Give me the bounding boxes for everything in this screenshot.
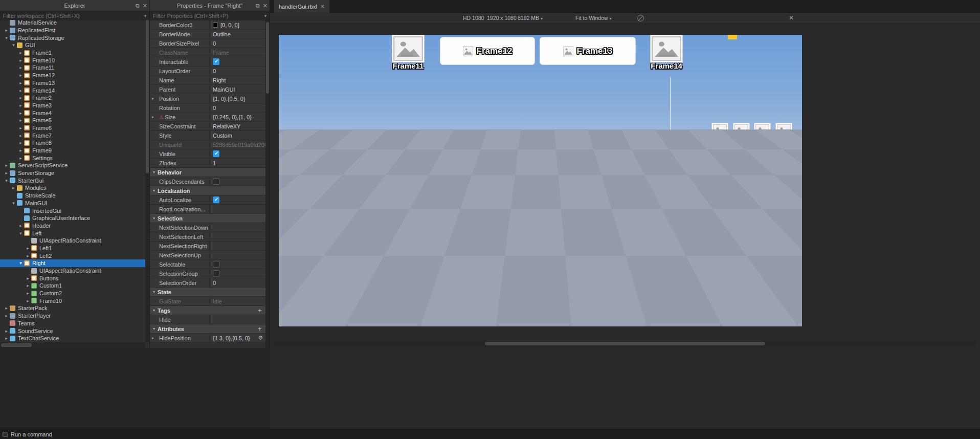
property-value-cell[interactable]: [210, 149, 265, 158]
section-selection[interactable]: ▾Selection: [150, 214, 265, 223]
tree-item-uiaspectratioconstraint[interactable]: UIAspectRatioConstraint: [0, 267, 145, 275]
properties-vscrollbar[interactable]: [265, 20, 270, 348]
property-value-cell[interactable]: [210, 260, 265, 269]
tree-item-frame14[interactable]: ▸Frame14: [0, 86, 145, 94]
ui-label-frame11[interactable]: Frame11: [383, 61, 433, 70]
chevron-right-icon[interactable]: ▸: [17, 88, 24, 93]
tree-item-gui[interactable]: ▾GUI: [0, 41, 145, 49]
tab-handlergui[interactable]: handlerGui.rbxl ✕: [274, 0, 329, 13]
property-value[interactable]: Right: [213, 77, 226, 83]
chevron-right-icon[interactable]: ▸: [17, 50, 24, 55]
custom1-button[interactable]: Custom1: [735, 172, 793, 191]
chevron-right-icon[interactable]: ▸: [3, 313, 10, 318]
property-value-cell[interactable]: 5286d59e019a0fd206...: [210, 140, 265, 149]
tree-item-replicatedstorage[interactable]: ▾ReplicatedStorage: [0, 34, 145, 41]
property-value[interactable]: {0.245, 0},{1, 0}: [213, 114, 252, 120]
chevron-right-icon[interactable]: ▸: [17, 125, 24, 130]
chevron-down-icon[interactable]: ▾: [141, 13, 149, 18]
chevron-right-icon[interactable]: ▸: [152, 96, 154, 101]
tree-item-custom2[interactable]: ▸Custom2: [0, 290, 145, 297]
tree-item-replicatedfirst[interactable]: ▸ReplicatedFirst: [0, 27, 145, 34]
ui-frame-frame10[interactable]: Frame10: [715, 146, 793, 169]
chevron-right-icon[interactable]: ▸: [10, 185, 17, 190]
chevron-right-icon[interactable]: ▸: [17, 133, 24, 138]
tree-item-uiaspectratioconstraint[interactable]: UIAspectRatioConstraint: [0, 237, 145, 245]
tree-item-frame7[interactable]: ▸Frame7: [0, 131, 145, 139]
chevron-right-icon[interactable]: ▸: [17, 95, 24, 100]
tree-item-frame10[interactable]: ▸Frame10: [0, 56, 145, 64]
chevron-right-icon[interactable]: ▸: [25, 276, 31, 281]
tree-item-starterpack[interactable]: ▸StarterPack: [0, 304, 145, 312]
property-value-cell[interactable]: [210, 232, 265, 241]
tree-item-insertedgui[interactable]: InsertedGui: [0, 207, 145, 214]
add-icon[interactable]: +: [258, 307, 261, 314]
property-value[interactable]: {1.3, 0},{0.5, 0}: [213, 335, 250, 341]
chevron-right-icon[interactable]: ▸: [25, 283, 31, 288]
gear-icon[interactable]: ⚙: [258, 335, 263, 341]
tree-item-frame10[interactable]: ▸Frame10: [0, 297, 145, 304]
properties-filter-input[interactable]: [150, 11, 261, 20]
tree-item-serverstorage[interactable]: ▸ServerStorage: [0, 169, 145, 177]
tree-item-frame13[interactable]: ▸Frame13: [0, 79, 145, 87]
explorer-hscroll-thumb[interactable]: [1, 343, 32, 347]
checkbox-selectable[interactable]: [213, 261, 219, 268]
tree-item-startergui[interactable]: ▾StarterGui: [0, 177, 145, 184]
chevron-right-icon[interactable]: ▸: [17, 80, 24, 85]
tree-item-left1[interactable]: ▸Left1: [0, 245, 145, 252]
chevron-right-icon[interactable]: ▸: [25, 246, 31, 251]
ui-frame-frame4[interactable]: Frame4: [311, 169, 338, 195]
property-value-cell[interactable]: [210, 242, 265, 250]
chevron-down-icon[interactable]: ▾: [261, 13, 270, 18]
chevron-right-icon[interactable]: ▸: [152, 336, 154, 340]
tree-item-frame2[interactable]: ▸Frame2: [0, 94, 145, 102]
ui-frame-frame8[interactable]: Frame8: [754, 123, 771, 140]
property-value-cell[interactable]: [210, 195, 265, 204]
property-value-cell[interactable]: Custom: [210, 131, 265, 140]
section-state[interactable]: ▾State: [150, 288, 265, 297]
viewport-hscrollbar[interactable]: [274, 341, 976, 346]
ui-frame-invite[interactable]: Invite: [281, 202, 307, 228]
tree-item-left[interactable]: ▾Left: [0, 229, 145, 237]
property-value-cell[interactable]: {1.3, 0},{0.5, 0}⚙: [210, 334, 265, 342]
property-value-cell[interactable]: Idle: [210, 297, 265, 305]
chevron-right-icon[interactable]: ▸: [3, 336, 10, 341]
chevron-right-icon[interactable]: ▸: [3, 163, 10, 168]
tree-item-soundservice[interactable]: ▸SoundService: [0, 327, 145, 335]
property-value-cell[interactable]: [210, 57, 265, 66]
tree-item-frame11[interactable]: ▸Frame11: [0, 64, 145, 72]
tree-item-strokescale[interactable]: StrokeScale: [0, 192, 145, 200]
ui-frame-frame3[interactable]: Frame3: [311, 137, 338, 164]
chevron-right-icon[interactable]: ▸: [3, 305, 10, 311]
color-swatch[interactable]: [213, 23, 218, 28]
chevron-right-icon[interactable]: ▸: [17, 65, 24, 70]
tree-item-frame4[interactable]: ▸Frame4: [0, 109, 145, 117]
ui-label-frame14[interactable]: Frame14: [641, 61, 692, 70]
property-value-cell[interactable]: Frame: [210, 48, 265, 57]
checkbox-interactable[interactable]: [213, 58, 219, 65]
chevron-down-icon[interactable]: ▾: [17, 231, 24, 236]
chevron-right-icon[interactable]: ▸: [17, 156, 24, 161]
tree-item-maingui[interactable]: ▾MainGUI: [0, 200, 145, 207]
add-icon[interactable]: +: [258, 325, 261, 333]
property-value-cell[interactable]: [210, 177, 265, 186]
tree-item-textchatservice[interactable]: ▸TextChatService: [0, 335, 145, 342]
property-value[interactable]: Outline: [213, 31, 231, 37]
chevron-right-icon[interactable]: ▸: [3, 170, 10, 175]
property-value[interactable]: 1: [213, 160, 216, 166]
chevron-right-icon[interactable]: ▸: [152, 115, 154, 119]
chevron-right-icon[interactable]: ▸: [17, 73, 24, 78]
property-value-cell[interactable]: 0: [210, 278, 265, 287]
popout-icon[interactable]: ⧉: [136, 3, 140, 9]
viewport-hscroll-thumb[interactable]: [485, 342, 766, 345]
chevron-right-icon[interactable]: ▸: [25, 298, 31, 303]
property-value-cell[interactable]: Right: [210, 76, 265, 84]
tree-item-materialservice[interactable]: MaterialService: [0, 19, 145, 27]
chevron-down-icon[interactable]: ▾: [153, 216, 155, 221]
property-value-cell[interactable]: [210, 251, 265, 259]
section-behavior[interactable]: ▾Behavior: [150, 168, 265, 177]
property-value[interactable]: [0, 0, 0]: [220, 22, 239, 28]
fit-to-window-dropdown[interactable]: Fit to Window ▾: [575, 15, 612, 21]
popout-icon[interactable]: ⧉: [256, 3, 260, 9]
chevron-right-icon[interactable]: ▸: [17, 118, 24, 123]
tree-item-graphicaluserinterface[interactable]: GraphicalUserInterface: [0, 214, 145, 222]
